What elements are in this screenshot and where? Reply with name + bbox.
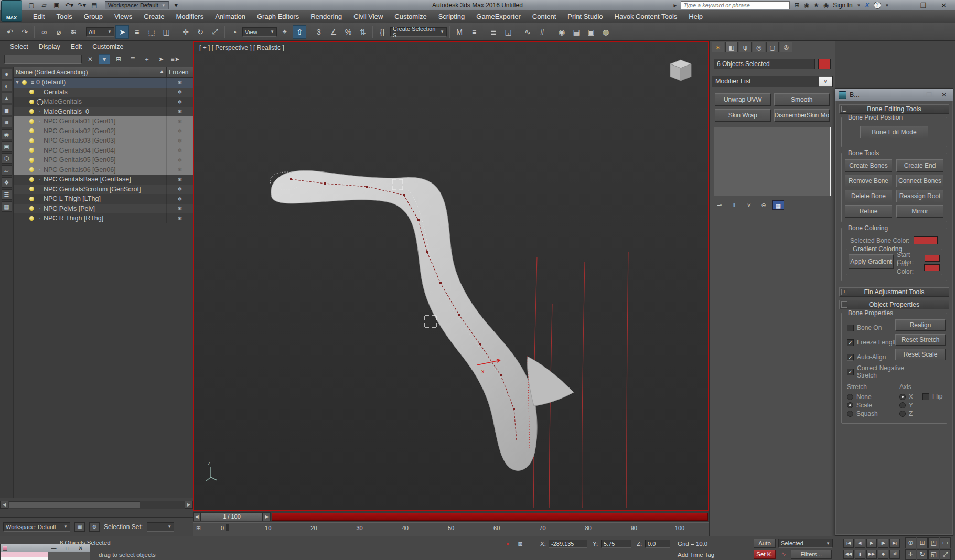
visibility-bulb-icon[interactable] xyxy=(29,109,34,114)
menu-tools[interactable]: Tools xyxy=(50,11,78,22)
explorer-filter-icon-2[interactable]: ▲ xyxy=(2,93,12,103)
mirror-icon[interactable]: M xyxy=(453,25,466,39)
rollout-bone-editing-tools[interactable]: _ Bone Editing Tools xyxy=(839,104,949,114)
key-filters-curve-icon[interactable]: ∿ xyxy=(778,550,789,559)
modifier-stack[interactable] xyxy=(714,127,831,196)
menu-animation[interactable]: Animation xyxy=(209,11,251,22)
modifier-list-dropdown[interactable]: Modifier List ˅ xyxy=(712,76,833,87)
playback-icon-1[interactable]: ◀| xyxy=(855,539,865,548)
start-color-swatch[interactable] xyxy=(925,255,940,262)
nav-icon-4[interactable]: ✛ xyxy=(905,549,916,560)
explorer-filter-icon-8[interactable]: ▱ xyxy=(2,165,12,176)
mini-close-button[interactable]: ✕ xyxy=(74,545,88,551)
exchange-icon[interactable]: X xyxy=(865,2,870,9)
scene-explorer-toggle-icon[interactable]: ▦ xyxy=(74,522,85,532)
coord-y-field[interactable]: 5.75 xyxy=(601,540,631,548)
connect-bones-button[interactable]: Connect Bones xyxy=(896,175,943,187)
menu-graph-editors[interactable]: Graph Editors xyxy=(251,11,305,22)
explorer-menu-select[interactable]: Select xyxy=(5,42,33,51)
tab-hierarchy[interactable]: ψ xyxy=(739,42,752,52)
visibility-bulb-icon[interactable] xyxy=(29,177,34,182)
table-row[interactable]: ·NPC Genitals06 [Gen06]❄ xyxy=(14,165,193,175)
time-slider-handle[interactable]: 1 / 100 xyxy=(201,512,263,521)
table-row[interactable]: ·NPC Pelvis [Pelv]❄ xyxy=(14,204,193,214)
selection-lock-icon[interactable]: ⊠ xyxy=(515,540,525,549)
playback-icon2-4[interactable]: ⏎ xyxy=(889,550,900,559)
maxscript-listener-pink[interactable] xyxy=(1,552,48,557)
menu-modifiers[interactable]: Modifiers xyxy=(170,11,209,22)
window-crossing-icon[interactable]: ◫ xyxy=(159,25,173,39)
dialog-close-button[interactable]: ✕ xyxy=(938,91,950,99)
help-caret-icon[interactable]: ▼ xyxy=(885,3,889,8)
tab-utilities[interactable]: ✇ xyxy=(780,42,792,52)
playback-icon-3[interactable]: |▶ xyxy=(878,539,888,548)
time-caret[interactable] xyxy=(226,524,229,531)
frozen-toggle-icon[interactable]: ❄ xyxy=(167,216,193,221)
layer-toggle-icon[interactable]: ⊚ xyxy=(89,522,100,532)
menu-views[interactable]: Views xyxy=(109,11,138,22)
visibility-bulb-icon[interactable] xyxy=(22,80,27,85)
user-icon[interactable]: ◉ xyxy=(823,2,829,9)
playback-icon2-0[interactable]: ◀◀ xyxy=(843,550,854,559)
edit-named-selection-icon[interactable]: {} xyxy=(375,25,389,39)
playback-icon-4[interactable]: ▶| xyxy=(889,539,900,548)
frozen-toggle-icon[interactable]: ❄ xyxy=(167,196,193,202)
delete-bone-button[interactable]: Delete Bone xyxy=(845,190,892,202)
playback-icon2-3[interactable]: ◆ xyxy=(878,550,888,559)
spinner-snap-icon[interactable]: ⇅ xyxy=(356,25,370,39)
table-row[interactable]: ·NPC Genitals04 [Gen04]❄ xyxy=(14,146,193,156)
angle-snap-icon[interactable]: ∠ xyxy=(327,25,340,39)
viewcube-hotspot[interactable] xyxy=(661,57,687,82)
realign-button[interactable]: Realign xyxy=(895,319,946,331)
table-row[interactable]: ·NPC Genitals05 [Gen05]❄ xyxy=(14,155,193,165)
playback-icon2-1[interactable]: ▮ xyxy=(855,550,865,559)
explorer-filter-icon-7[interactable]: ⬡ xyxy=(2,153,12,164)
mini-restore-button[interactable]: □ xyxy=(61,545,74,551)
playback-icon-0[interactable]: |◀ xyxy=(843,539,854,548)
perspective-viewport[interactable]: [ + ] [ Perspective ] [ Realistic ] xyxy=(193,41,709,511)
menu-customize[interactable]: Customize xyxy=(389,11,432,22)
auto-key-button[interactable]: Auto xyxy=(754,539,776,548)
restore-button[interactable]: ❐ xyxy=(915,2,931,9)
scrollbar-thumb[interactable] xyxy=(9,501,140,508)
visibility-bulb-icon[interactable] xyxy=(29,197,34,201)
explorer-filter-icon-0[interactable]: ● xyxy=(2,69,12,79)
explorer-search-input[interactable] xyxy=(4,55,82,64)
menu-scripting[interactable]: Scripting xyxy=(433,11,471,22)
adaptive-degradation-icon[interactable]: ● xyxy=(502,540,513,549)
link-icon[interactable]: ∞ xyxy=(37,25,51,39)
end-color-swatch[interactable] xyxy=(924,264,940,271)
y-radio[interactable]: Y xyxy=(899,401,913,410)
selection-set-dropdown[interactable]: ▼ xyxy=(147,522,174,532)
select-by-name-icon[interactable]: ≡ xyxy=(130,25,144,39)
table-row[interactable]: ·NPC R Thigh [RThg]❄ xyxy=(14,213,193,223)
snap-3d-icon[interactable]: 3 xyxy=(312,25,326,39)
tab-motion[interactable]: ◎ xyxy=(753,42,765,52)
tab-display[interactable]: ▢ xyxy=(766,42,779,52)
minimize-button[interactable]: — xyxy=(893,2,910,9)
visibility-bulb-icon[interactable] xyxy=(29,216,34,221)
explorer-filter-icon-6[interactable]: ▣ xyxy=(2,141,12,152)
z-radio[interactable]: Z xyxy=(899,410,913,418)
nav-icon-6[interactable]: ◱ xyxy=(928,549,939,560)
select-object-icon[interactable]: ➤ xyxy=(115,25,129,39)
apply-gradient-button[interactable]: Apply Gradient xyxy=(849,254,894,269)
selection-filter-dropdown[interactable]: All▼ xyxy=(86,27,114,37)
apps-grid-icon[interactable]: ⊞ xyxy=(794,2,799,9)
select-scale-icon[interactable]: ⤢ xyxy=(208,25,222,39)
modifier-button-3[interactable]: DismemberSkin Modi xyxy=(774,109,830,122)
graphite-icon[interactable]: ◱ xyxy=(501,25,515,39)
bone-edit-mode-button[interactable]: Bone Edit Mode xyxy=(860,126,928,138)
visibility-bulb-icon[interactable] xyxy=(29,90,34,94)
nav-icon-2[interactable]: ◰ xyxy=(928,537,939,548)
reset-scale-button[interactable]: Reset Scale xyxy=(895,349,946,360)
frozen-toggle-icon[interactable]: ❄ xyxy=(167,119,193,124)
workspace-dropdown-bottom[interactable]: Workspace: Default▼ xyxy=(3,522,70,532)
table-row[interactable]: ·NPC GenitalsBase [GenBase]❄ xyxy=(14,175,193,185)
explorer-menu-edit[interactable]: Edit xyxy=(66,42,87,51)
explorer-menu-customize[interactable]: Customize xyxy=(88,42,128,51)
none-radio[interactable]: None xyxy=(847,393,878,401)
collapse-icon[interactable]: _ xyxy=(841,301,847,308)
add-time-tag[interactable]: Add Time Tag xyxy=(678,552,714,558)
frozen-toggle-icon[interactable]: ❄ xyxy=(167,138,193,144)
